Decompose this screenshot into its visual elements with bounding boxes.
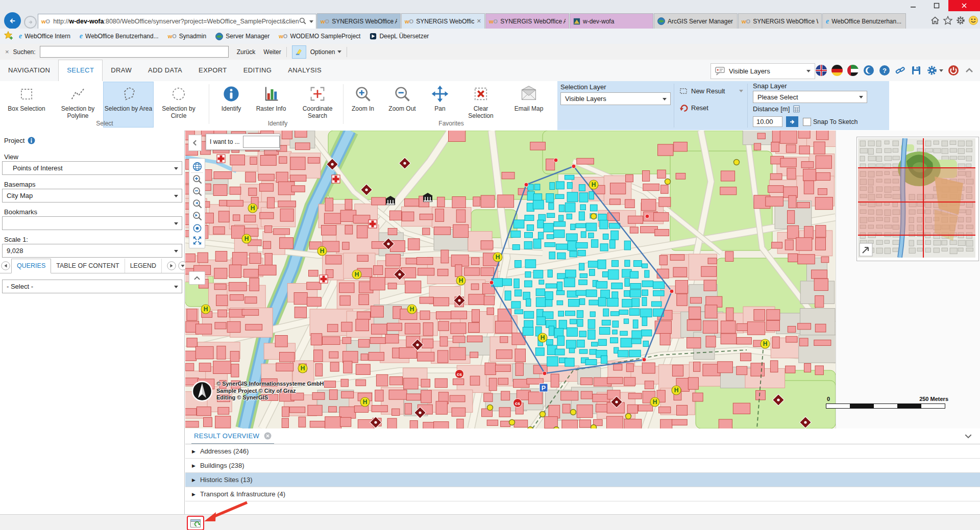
back-button[interactable] — [4, 12, 21, 29]
sidebar-tab-queries[interactable]: QUERIES — [11, 259, 51, 273]
maximize-button[interactable] — [925, 0, 948, 11]
ribbon-button-email-map[interactable]: Email Map — [504, 82, 553, 127]
ribbon-tab-add-data[interactable]: ADD DATA — [140, 60, 190, 81]
visible-layers-dropdown[interactable]: Visible Layers — [710, 63, 815, 79]
favorite-link[interactable]: eWebOffice Benutzerhand... — [80, 32, 159, 40]
ribbon-tab-select[interactable]: SELECT — [58, 60, 103, 82]
browser-tab[interactable]: wOSYNERGIS WebOffice ...✕ — [401, 13, 485, 29]
save-icon[interactable] — [911, 65, 922, 76]
i-want-to-input[interactable] — [243, 136, 280, 148]
url-bar[interactable]: wO http://w-dev-wofa:8080/WebOffice/syns… — [38, 14, 316, 29]
favorites-star-icon[interactable] — [943, 15, 953, 28]
snap-to-sketch-checkbox[interactable] — [803, 118, 811, 126]
new-result-button[interactable]: New Result — [679, 87, 743, 95]
ribbon-button-clear-selection[interactable]: Clear Selection — [461, 82, 500, 127]
ribbon-button-box-selection[interactable]: Box Selection — [1, 82, 52, 127]
favorite-link[interactable]: wOSynadmin — [168, 33, 207, 40]
map-tool-zoom-in-icon[interactable] — [191, 173, 203, 185]
favorite-link[interactable]: DeepL Übersetzer — [370, 33, 429, 40]
sidebar-tab-legend[interactable]: LEGEND — [125, 259, 162, 273]
map-tool-next-extent-icon[interactable] — [191, 210, 203, 222]
ribbon-tab-editing[interactable]: EDITING — [235, 60, 280, 81]
expand-triangle-icon[interactable]: ▶ — [192, 492, 195, 497]
settings-gear-icon[interactable] — [926, 65, 943, 76]
apply-distance-button[interactable] — [786, 116, 798, 127]
tab-close-icon[interactable]: ✕ — [477, 18, 481, 24]
share-link-icon[interactable] — [895, 65, 906, 76]
browser-tab[interactable]: ArcGIS Server Manager — [654, 13, 738, 29]
ribbon-tab-navigation[interactable]: NAVIGATION — [0, 60, 58, 81]
night-mode-icon[interactable] — [863, 65, 874, 76]
find-back-button[interactable]: Zurück — [237, 48, 256, 56]
map-tool-globe-icon[interactable] — [191, 160, 203, 173]
result-group-row[interactable]: ▶Buildings (238) — [185, 459, 980, 473]
tab-result-overview[interactable]: RESULT OVERVIEW — [191, 428, 274, 444]
expand-triangle-icon[interactable]: ▶ — [192, 477, 195, 483]
tabs-scroll-left-icon[interactable] — [1, 261, 10, 270]
gear-icon[interactable] — [955, 15, 966, 28]
ribbon-button-selection-by-circle[interactable]: Selection by Circle — [154, 82, 203, 127]
search-dropdown-caret[interactable] — [309, 20, 313, 23]
favorite-link[interactable]: eWebOffice Intern — [19, 32, 70, 40]
sidebar-tab-table-of-content[interactable]: TABLE OF CONTENT — [51, 259, 125, 273]
sidebar-tab-l[interactable]: L — [162, 259, 166, 273]
forward-button[interactable] — [24, 16, 37, 29]
browser-tab[interactable]: wOSYNERGIS WebOffice Ad... — [485, 13, 569, 29]
logout-power-icon[interactable] — [948, 65, 959, 76]
bookmarks-dropdown[interactable] — [2, 216, 182, 230]
info-icon[interactable] — [28, 137, 35, 144]
result-group-row[interactable]: ▶Transport & Infrastructure (4) — [185, 487, 980, 501]
scale-dropdown[interactable]: 9,028 — [2, 244, 182, 258]
expand-triangle-icon[interactable]: ▶ — [192, 449, 195, 454]
ribbon-button-zoom-out[interactable]: Zoom Out — [382, 82, 423, 127]
close-icon[interactable] — [264, 432, 272, 440]
ribbon-button-coordinate-search[interactable]: Coordinate Search — [293, 82, 342, 127]
expand-triangle-icon[interactable]: ▶ — [192, 463, 195, 468]
ribbon-button-zoom-in[interactable]: Zoom In — [346, 82, 380, 127]
ribbon-tab-analysis[interactable]: ANALYSIS — [280, 60, 330, 81]
snap-layer-dropdown[interactable]: Please Select — [753, 91, 867, 103]
ribbon-button-selection-by-polyline[interactable]: Selection by Polyline — [53, 82, 103, 127]
view-dropdown[interactable]: Points of Interest — [2, 161, 182, 175]
feedback-smiley-icon[interactable] — [968, 15, 978, 28]
reset-button[interactable]: Reset — [679, 104, 708, 112]
help-icon[interactable]: ? — [879, 65, 890, 76]
result-group-row[interactable]: ▶Addresses (246) — [185, 444, 980, 459]
find-input[interactable] — [40, 46, 229, 58]
map-tool-zoom-out-icon[interactable] — [191, 185, 203, 197]
search-icon[interactable] — [299, 17, 306, 26]
i-want-to-box[interactable]: I want to ... — [206, 134, 280, 150]
language-arabic-icon[interactable] — [847, 65, 859, 76]
basemaps-dropdown[interactable]: City Map — [2, 189, 182, 203]
open-result-window-icon[interactable] — [190, 519, 201, 527]
favorite-link[interactable]: wOWODEMO SampleProject — [279, 33, 360, 40]
find-next-button[interactable]: Weiter — [263, 48, 281, 56]
overview-map[interactable] — [856, 137, 979, 261]
distance-input[interactable] — [753, 116, 782, 127]
favorite-link[interactable]: Server Manager — [215, 33, 270, 40]
chevron-down-icon[interactable] — [964, 433, 973, 442]
close-button[interactable] — [948, 0, 980, 11]
collapse-panel-button[interactable] — [188, 135, 202, 151]
minimize-button[interactable] — [901, 0, 925, 11]
highlight-toggle[interactable] — [292, 45, 306, 59]
browser-tab[interactable]: w-dev-wofa — [570, 13, 653, 29]
map-tool-full-extent-icon[interactable] — [191, 234, 203, 246]
map-toolbar-collapse[interactable] — [189, 271, 205, 285]
result-group-row[interactable]: ▶Historic Sites (13) — [185, 473, 980, 487]
ribbon-button-identify[interactable]: Identify — [213, 82, 249, 127]
map-viewport[interactable]: HHHHHHHHHHHHHHHPcscs I want to ... © Syn… — [185, 131, 836, 428]
find-options-button[interactable]: Optionen — [310, 48, 335, 56]
browser-tab[interactable]: wOSYNERGIS WebOffice Ad... — [317, 13, 401, 29]
home-icon[interactable] — [930, 15, 940, 28]
find-options-caret[interactable] — [337, 51, 341, 53]
add-favorite-icon[interactable] — [4, 31, 14, 42]
language-english-icon[interactable] — [816, 65, 827, 76]
ribbon-tab-draw[interactable]: DRAW — [103, 60, 140, 81]
selection-layer-dropdown[interactable]: Visible Layers — [560, 92, 671, 105]
language-german-icon[interactable] — [831, 65, 843, 76]
map-tool-previous-extent-icon[interactable] — [191, 197, 203, 210]
collapse-ribbon-icon[interactable] — [964, 65, 975, 76]
browser-tab[interactable]: eWebOffice Benutzerhan... — [822, 13, 906, 29]
tabs-scroll-right-icon[interactable] — [167, 261, 176, 270]
